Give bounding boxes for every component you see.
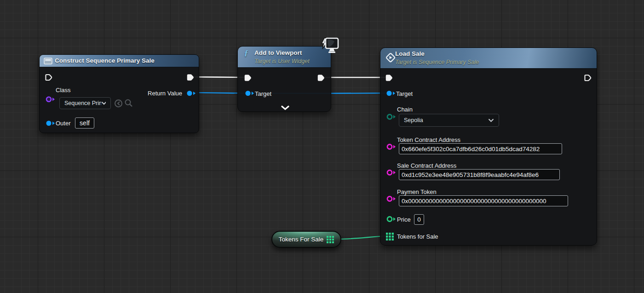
variable-label: Tokens For Sale (279, 236, 324, 243)
price-label: Price (397, 216, 411, 223)
node-header[interactable]: Construct Sequence Primary Sale (40, 55, 199, 67)
sale-contract-address-label: Sale Contract Address (397, 162, 456, 169)
chevron-down-icon (488, 118, 494, 123)
outer-value-input[interactable] (75, 117, 94, 129)
node-construct-sequence-primary-sale[interactable]: Construct Sequence Primary Sale Class Se… (39, 54, 199, 133)
token-contract-address-label: Token Contract Address (397, 136, 460, 143)
array-output-pin[interactable] (327, 236, 334, 243)
node-load-sale[interactable]: Load Sale Target is Sequence Primary Sal… (380, 47, 597, 246)
diamond-function-icon (385, 52, 396, 65)
node-subtitle: Target is User Widget (254, 58, 310, 64)
chain-pin[interactable] (386, 113, 397, 122)
chain-select-value: Sepolia (404, 117, 423, 123)
blueprint-graph-canvas[interactable]: Construct Sequence Primary Sale Class Se… (0, 0, 644, 293)
target-pin-label: Target (396, 90, 413, 97)
node-variable-tokens-for-sale[interactable]: Tokens For Sale (271, 231, 341, 248)
exec-out-pin[interactable] (185, 72, 196, 84)
token-contract-address-input[interactable] (399, 143, 562, 154)
return-value-pin[interactable] (186, 90, 196, 99)
chain-pin-label: Chain (397, 106, 413, 113)
chevron-down-icon (101, 101, 106, 105)
payment-token-input[interactable] (399, 195, 568, 206)
class-pin[interactable] (46, 96, 56, 105)
sale-contract-address-pin[interactable] (386, 169, 397, 178)
exec-in-pin[interactable] (44, 72, 54, 84)
token-contract-address-pin[interactable] (386, 143, 397, 152)
use-selected-asset-icon[interactable] (114, 99, 123, 110)
outer-pin[interactable] (46, 120, 56, 129)
node-subtitle: Target is Sequence Primary Sale (395, 59, 479, 65)
payment-token-label: Paymen Token (397, 188, 437, 195)
node-title: Add to Viewport (254, 49, 302, 56)
window-class-icon (44, 58, 52, 66)
browse-search-icon[interactable] (124, 99, 133, 110)
exec-out-pin[interactable] (316, 73, 326, 85)
node-header[interactable]: Load Sale Target is Sequence Primary Sal… (380, 48, 597, 69)
class-select-value: Sequence Prima (64, 100, 101, 106)
return-value-label: Return Value (148, 90, 182, 97)
target-pin-label: Target (255, 90, 271, 97)
node-title: Load Sale (395, 50, 425, 57)
exec-out-pin[interactable] (583, 73, 593, 85)
target-pin[interactable] (386, 90, 396, 99)
outer-pin-label: Outer (56, 120, 71, 127)
payment-token-pin[interactable] (386, 195, 397, 204)
expand-node-chevron-icon[interactable] (281, 104, 290, 112)
class-select-dropdown[interactable]: Sequence Prima (59, 97, 111, 109)
node-title: Construct Sequence Primary Sale (55, 57, 155, 64)
target-pin[interactable] (245, 90, 255, 99)
viewport-monitor-icon (319, 37, 339, 56)
chain-select-dropdown[interactable]: Sepolia (399, 114, 499, 127)
tokens-for-sale-label: Tokens for Sale (397, 233, 438, 240)
sale-contract-address-input[interactable] (399, 169, 560, 180)
exec-in-pin[interactable] (384, 73, 394, 85)
node-add-to-viewport[interactable]: ƒ Add to Viewport Target is User Widget … (237, 46, 331, 112)
price-input[interactable] (414, 214, 424, 225)
tokens-for-sale-array-pin[interactable] (386, 233, 394, 242)
class-pin-label: Class (56, 87, 71, 94)
node-header[interactable]: ƒ Add to Viewport Target is User Widget (238, 47, 331, 68)
price-pin[interactable] (386, 216, 397, 224)
function-f-icon: ƒ (244, 48, 248, 58)
exec-in-pin[interactable] (243, 73, 253, 85)
